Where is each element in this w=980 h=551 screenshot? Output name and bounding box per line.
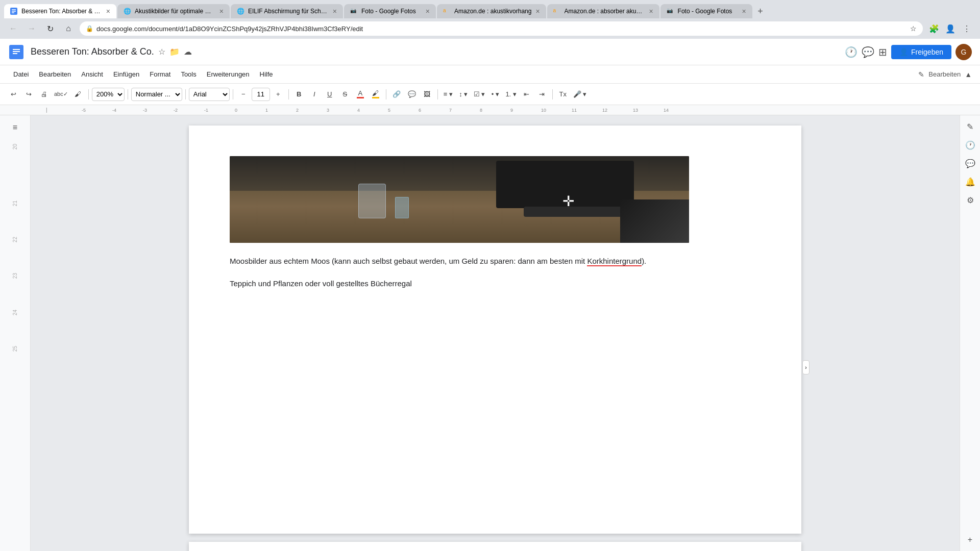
- sidebar-add-icon[interactable]: +: [963, 533, 977, 547]
- extensions-button[interactable]: 🧩: [927, 21, 941, 36]
- separator-7: [437, 89, 438, 99]
- tab-5[interactable]: a Amazon.de : akustikvorhang ×: [437, 4, 546, 18]
- indent-decrease-button[interactable]: ⇤: [520, 87, 534, 102]
- reload-button[interactable]: ↻: [43, 21, 57, 36]
- star-doc-icon[interactable]: ☆: [158, 47, 165, 57]
- menu-erweiterungen[interactable]: Erweiterungen: [202, 68, 255, 80]
- font-size-input[interactable]: [252, 88, 270, 101]
- user-avatar[interactable]: G: [955, 44, 972, 60]
- font-size-decrease-button[interactable]: −: [236, 87, 251, 102]
- doc-title-area: Besseren Ton: Absorber & Co. ☆ 📁 ☁: [31, 46, 839, 57]
- view-mode-button[interactable]: ⊞: [878, 46, 887, 58]
- menu-hilfe[interactable]: Hilfe: [255, 68, 278, 80]
- tab-4-favicon: 📷: [350, 8, 357, 15]
- tab-2[interactable]: 🌐 Akustikbilder für optimale Rau... ×: [117, 4, 230, 18]
- font-size-increase-button[interactable]: +: [271, 87, 285, 102]
- address-bar[interactable]: 🔒 docs.google.com/document/d/1aD8O9YcinZ…: [80, 21, 923, 36]
- underline-button[interactable]: U: [323, 87, 337, 102]
- tab-4-close[interactable]: ×: [426, 7, 430, 15]
- image-button[interactable]: 🖼: [420, 87, 434, 102]
- line-number-23: 23: [12, 273, 18, 279]
- svg-rect-3: [13, 51, 20, 52]
- menu-format[interactable]: Format: [144, 68, 176, 80]
- highlight-color-button[interactable]: 🖌: [369, 87, 383, 102]
- doc-image-container[interactable]: ✛: [230, 156, 761, 243]
- sidebar-edit-icon[interactable]: ✎: [963, 119, 977, 134]
- people-icon: 👤: [899, 48, 908, 56]
- zoom-select[interactable]: 200%: [92, 88, 125, 101]
- spellcheck-button[interactable]: abc✓: [52, 87, 70, 102]
- line-spacing-button[interactable]: ↕ ▾: [456, 87, 471, 102]
- profile-button[interactable]: 👤: [943, 21, 958, 36]
- bullets-button[interactable]: • ▾: [488, 87, 502, 102]
- font-select[interactable]: Arial: [189, 88, 230, 101]
- tab-6-close[interactable]: ×: [649, 7, 653, 15]
- tab-4[interactable]: 📷 Foto - Google Fotos ×: [344, 4, 436, 18]
- star-icon[interactable]: ☆: [910, 24, 917, 33]
- home-button[interactable]: ⌂: [61, 21, 76, 36]
- tab-3[interactable]: 🌐 EILIF Abschirmung für Schreib... ×: [231, 4, 343, 18]
- redo-button[interactable]: ↪: [21, 87, 36, 102]
- expand-panel-button[interactable]: ›: [802, 360, 810, 374]
- sidebar-comments-icon[interactable]: 💬: [963, 156, 977, 170]
- collapse-panel-icon[interactable]: ▲: [965, 70, 972, 79]
- sidebar-bell-icon[interactable]: 🔔: [963, 174, 977, 189]
- separator-2: [128, 89, 128, 99]
- comment-button[interactable]: 💬: [405, 87, 419, 102]
- doc-title[interactable]: Besseren Ton: Absorber & Co.: [31, 46, 154, 57]
- separator-5: [288, 89, 289, 99]
- bold-button[interactable]: B: [292, 87, 306, 102]
- align-button[interactable]: ≡ ▾: [441, 87, 455, 102]
- new-tab-button[interactable]: +: [753, 4, 768, 18]
- print-button[interactable]: 🖨: [37, 87, 51, 102]
- link-button[interactable]: 🔗: [389, 87, 404, 102]
- left-sidebar: ≡ 20 21 22 23 24 25: [0, 115, 31, 551]
- browser-chrome: Besseren Ton: Absorber & Co.. × 🌐 Akusti…: [0, 0, 980, 39]
- doc-page-2: [189, 542, 801, 551]
- docs-logo: [8, 44, 24, 60]
- numbers-button[interactable]: 1. ▾: [503, 87, 518, 102]
- tab-1[interactable]: Besseren Ton: Absorber & Co.. ×: [4, 4, 116, 18]
- strikethrough-button[interactable]: S: [338, 87, 352, 102]
- style-select[interactable]: Normaler ...: [131, 88, 182, 101]
- sidebar-settings-icon[interactable]: ⚙: [963, 193, 977, 207]
- cloud-icon[interactable]: ☁: [184, 47, 192, 57]
- tab-6-favicon: a: [553, 8, 560, 15]
- folder-icon[interactable]: 📁: [169, 47, 180, 57]
- clear-formatting-button[interactable]: Tx: [556, 87, 570, 102]
- history-button[interactable]: 🕐: [845, 46, 857, 58]
- freigeben-button[interactable]: 👤 Freigeben: [891, 45, 951, 59]
- voice-input-button[interactable]: 🎤 ▾: [571, 87, 589, 102]
- forward-button[interactable]: →: [24, 21, 39, 36]
- tab-6[interactable]: a Amazon.de : absorber akustik ×: [547, 4, 659, 18]
- menu-button[interactable]: ⋮: [960, 21, 974, 36]
- sidebar-history-icon[interactable]: 🕐: [963, 138, 977, 152]
- tab-7-close[interactable]: ×: [742, 7, 746, 15]
- korkhintergrund-word: Korkhintergrund: [587, 257, 642, 266]
- indent-increase-button[interactable]: ⇥: [535, 87, 549, 102]
- text-color-button[interactable]: A: [353, 87, 368, 102]
- doc-scroll-area[interactable]: ✛ Moosbilder aus echtem Moos (kann auch …: [31, 115, 960, 551]
- back-button[interactable]: ←: [6, 21, 20, 36]
- paint-format-button[interactable]: 🖌: [71, 87, 85, 102]
- tab-3-close[interactable]: ×: [333, 7, 337, 15]
- svg-rect-4: [13, 53, 17, 54]
- menu-einfuegen[interactable]: Einfügen: [108, 68, 144, 80]
- menu-tools[interactable]: Tools: [176, 68, 201, 80]
- tab-7[interactable]: 📷 Foto - Google Fotos ×: [660, 4, 752, 18]
- menu-datei[interactable]: Datei: [8, 68, 34, 80]
- ruler: | -5 -4 -3 -2 -1 0 1 2 3 4 5 6 7 8 9 10 …: [0, 105, 980, 115]
- checklist-button[interactable]: ☑ ▾: [472, 87, 487, 102]
- highlight-icon: 🖌: [372, 90, 379, 96]
- tab-1-close[interactable]: ×: [106, 7, 110, 15]
- italic-button[interactable]: I: [307, 87, 322, 102]
- menu-ansicht[interactable]: Ansicht: [76, 68, 108, 80]
- bearbeiten-label[interactable]: Bearbeiten: [928, 70, 961, 78]
- comments-button[interactable]: 💬: [862, 46, 874, 58]
- menu-bearbeiten[interactable]: Bearbeiten: [34, 68, 76, 80]
- tab-2-close[interactable]: ×: [219, 7, 224, 15]
- tab-7-title: Foto - Google Fotos: [678, 8, 738, 15]
- undo-button[interactable]: ↩: [6, 87, 20, 102]
- list-view-icon[interactable]: ≡: [8, 120, 22, 135]
- tab-5-close[interactable]: ×: [535, 7, 540, 15]
